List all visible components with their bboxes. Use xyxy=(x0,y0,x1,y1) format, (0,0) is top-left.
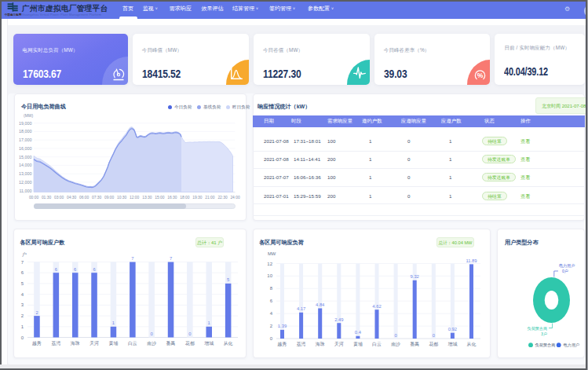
svg-text:电力用户: 电力用户 xyxy=(559,263,575,269)
svg-text:0户: 0户 xyxy=(562,269,568,273)
svg-text:负荷聚合商: 负荷聚合商 xyxy=(535,343,556,348)
svg-text:3户: 3户 xyxy=(541,332,547,336)
svg-text:电力用户: 电力用户 xyxy=(564,343,580,348)
